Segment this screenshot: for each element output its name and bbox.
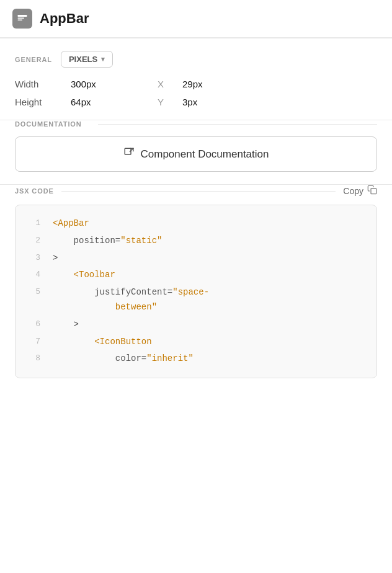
code-line-1: 1 <AppBar bbox=[16, 215, 376, 233]
svg-rect-2 bbox=[18, 20, 23, 21]
y-value: 3px bbox=[182, 97, 257, 107]
code-content-3: > bbox=[53, 251, 58, 266]
chevron-down-icon: ▾ bbox=[101, 55, 105, 63]
general-label: GENERAL bbox=[15, 56, 52, 63]
jsx-section: JSX CODE Copy 1 <AppBar 2 position="stat… bbox=[0, 185, 392, 391]
height-value: 64px bbox=[71, 97, 158, 107]
svg-rect-0 bbox=[18, 15, 27, 17]
pixels-label: PIXELS bbox=[69, 55, 97, 64]
code-line-5: 5 justifyContent="space- between" bbox=[16, 284, 376, 316]
documentation-label: DOCUMENTATION bbox=[15, 120, 82, 128]
doc-section-header: DOCUMENTATION bbox=[15, 120, 377, 128]
width-label: Width bbox=[15, 79, 71, 89]
code-line-8: 8 color="inherit" bbox=[16, 350, 376, 368]
line-num-7: 7 bbox=[25, 335, 40, 349]
code-content-1: <AppBar bbox=[53, 216, 89, 231]
code-content-7: <IconButton bbox=[53, 335, 152, 350]
properties-grid: Width 300px X 29px Height 64px Y 3px bbox=[15, 79, 377, 107]
x-label: X bbox=[158, 79, 182, 89]
line-num-8: 8 bbox=[25, 352, 40, 365]
line-num-2: 2 bbox=[25, 234, 40, 247]
code-line-3: 3 > bbox=[16, 250, 376, 267]
code-line-2: 2 position="static" bbox=[16, 233, 376, 250]
line-num-5: 5 bbox=[25, 285, 40, 299]
jsx-divider-line bbox=[61, 191, 336, 192]
line-num-6: 6 bbox=[25, 318, 40, 331]
jsx-section-header: JSX CODE Copy bbox=[15, 185, 377, 197]
code-content-2: position="static" bbox=[53, 234, 162, 249]
copy-label: Copy bbox=[343, 186, 363, 196]
line-num-4: 4 bbox=[25, 268, 40, 282]
pixels-dropdown[interactable]: PIXELS ▾ bbox=[61, 51, 113, 68]
documentation-section: DOCUMENTATION Component Documentation bbox=[0, 120, 392, 184]
doc-divider-line bbox=[98, 124, 377, 125]
code-block: 1 <AppBar 2 position="static" 3 > 4 <Too… bbox=[15, 205, 377, 378]
code-content-4: <Toolbar bbox=[53, 268, 115, 283]
general-section: GENERAL PIXELS ▾ Width 300px X 29px Heig… bbox=[0, 38, 392, 120]
code-content-5: justifyContent="space- between" bbox=[53, 285, 209, 315]
code-content-6: > bbox=[53, 318, 79, 332]
component-documentation-button[interactable]: Component Documentation bbox=[15, 136, 377, 172]
width-value: 300px bbox=[71, 79, 158, 89]
doc-btn-label: Component Documentation bbox=[141, 148, 269, 161]
appbar-svg bbox=[17, 13, 28, 24]
line-num-1: 1 bbox=[25, 216, 40, 230]
copy-button[interactable]: Copy bbox=[343, 185, 377, 197]
svg-rect-1 bbox=[18, 18, 25, 19]
code-line-4: 4 <Toolbar bbox=[16, 267, 376, 284]
appbar-icon bbox=[12, 9, 32, 29]
height-label: Height bbox=[15, 97, 71, 107]
jsx-label: JSX CODE bbox=[15, 187, 54, 195]
page-title: AppBar bbox=[40, 11, 89, 27]
x-value: 29px bbox=[182, 79, 257, 89]
code-content-8: color="inherit" bbox=[53, 352, 194, 366]
external-link-icon bbox=[123, 147, 135, 161]
svg-rect-4 bbox=[371, 189, 376, 194]
general-section-header: GENERAL PIXELS ▾ bbox=[15, 51, 377, 68]
copy-icon bbox=[367, 185, 377, 197]
y-label: Y bbox=[158, 97, 182, 107]
header: AppBar bbox=[0, 0, 392, 38]
code-line-6: 6 > bbox=[16, 316, 376, 334]
line-num-3: 3 bbox=[25, 251, 40, 265]
code-line-7: 7 <IconButton bbox=[16, 334, 376, 351]
